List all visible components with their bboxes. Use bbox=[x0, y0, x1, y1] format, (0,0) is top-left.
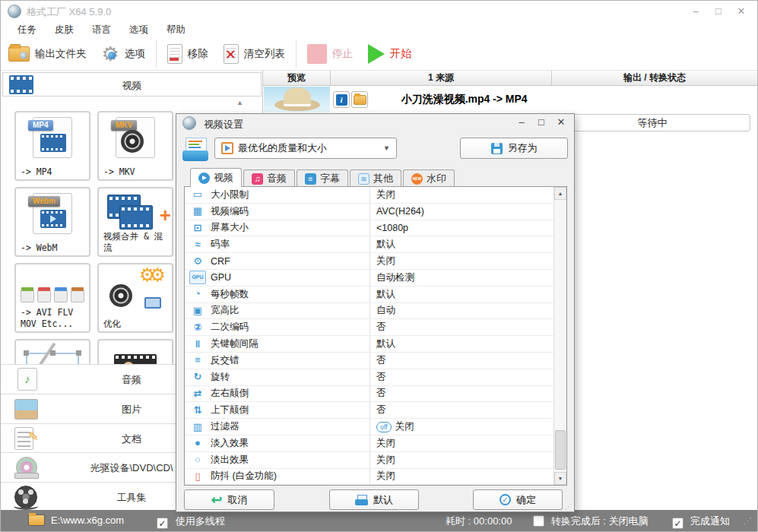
file-folder-button[interactable] bbox=[351, 91, 368, 108]
flip-v-icon: ⇅ bbox=[194, 405, 202, 416]
setting-label: 宽高比 bbox=[211, 304, 369, 317]
column-preview[interactable]: 预览 bbox=[263, 71, 331, 86]
dialog-maximize-button[interactable]: □ bbox=[531, 114, 551, 131]
setting-value[interactable]: 关闭 bbox=[369, 469, 553, 485]
setting-row-9[interactable]: ‖关键帧间隔默认 bbox=[185, 336, 553, 353]
setting-value[interactable]: 否 bbox=[369, 319, 553, 335]
setting-label: 视频编码 bbox=[211, 205, 369, 218]
fade-in-icon: ● bbox=[195, 438, 201, 448]
setting-row-13[interactable]: ⇅上下颠倒否 bbox=[185, 402, 553, 419]
setting-value[interactable]: 默认 bbox=[369, 336, 553, 352]
setting-value[interactable]: 否 bbox=[369, 353, 553, 369]
tab-水印[interactable]: NEW水印 bbox=[403, 169, 455, 187]
menu-item-2[interactable]: 语言 bbox=[89, 22, 114, 38]
dialog-close-button[interactable]: ✕ bbox=[551, 114, 571, 131]
fps-icon: ◔ bbox=[195, 289, 201, 299]
tab-其他[interactable]: ≋其他 bbox=[350, 169, 401, 187]
notify-checkbox[interactable]: ✓ bbox=[672, 518, 683, 529]
setting-value[interactable]: 否 bbox=[369, 402, 553, 418]
setting-row-14[interactable]: ▥过滤器off关闭 bbox=[185, 419, 553, 435]
minimize-button[interactable]: – bbox=[684, 2, 707, 21]
dialog-minimize-button[interactable]: – bbox=[512, 114, 531, 131]
setting-row-10[interactable]: ≡反交错否 bbox=[185, 353, 553, 369]
source-filename[interactable]: 小刀洗澡视频.mp4 bbox=[381, 93, 510, 106]
maximize-button[interactable]: □ bbox=[707, 2, 730, 21]
close-button[interactable]: ✕ bbox=[730, 2, 753, 21]
setting-value[interactable]: 否 bbox=[369, 386, 553, 402]
setting-row-5[interactable]: GPUGPU自动检测 bbox=[185, 270, 553, 287]
setting-row-8[interactable]: ②二次编码否 bbox=[185, 319, 553, 336]
setting-value[interactable]: AVC(H264) bbox=[369, 204, 553, 220]
clear-list-button[interactable]: 清空列表 bbox=[216, 39, 293, 69]
multithread-checkbox[interactable]: ✓ bbox=[157, 518, 168, 529]
stop-button[interactable]: 停止 bbox=[300, 39, 360, 69]
menu-item-3[interactable]: 选项 bbox=[126, 22, 151, 38]
setting-value[interactable]: <1080p bbox=[369, 220, 553, 236]
tab-字幕[interactable]: ≡字幕 bbox=[297, 169, 348, 187]
default-button[interactable]: 默认 bbox=[329, 489, 419, 510]
setting-row-12[interactable]: ⇄左右颠倒否 bbox=[185, 386, 553, 403]
setting-value[interactable]: off关闭 bbox=[369, 419, 553, 435]
tab-音频[interactable]: ♫音频 bbox=[243, 169, 295, 187]
setting-value[interactable]: 自动检测 bbox=[369, 270, 553, 286]
setting-row-1[interactable]: ▦视频编码AVC(H264) bbox=[185, 204, 553, 220]
setting-value[interactable]: 关闭 bbox=[369, 187, 553, 203]
menu-item-0[interactable]: 任务 bbox=[14, 22, 40, 38]
setting-row-3[interactable]: ≈码率默认 bbox=[185, 236, 553, 253]
tile-merge[interactable]: +视频合并 & 混流 bbox=[97, 187, 173, 257]
setting-value[interactable]: 否 bbox=[369, 369, 553, 385]
setting-row-7[interactable]: ▣宽高比自动 bbox=[185, 303, 553, 320]
column-source[interactable]: 1 来源 bbox=[331, 71, 552, 86]
tile-webm[interactable]: Webm-> WebM bbox=[14, 187, 90, 257]
setting-value[interactable]: 关闭 bbox=[369, 253, 553, 269]
setting-row-4[interactable]: ⚙CRF关闭 bbox=[185, 253, 553, 270]
sidebar-header-video[interactable]: 视频 bbox=[2, 72, 262, 97]
notify-option[interactable]: ✓ 完成通知 bbox=[672, 515, 730, 529]
preset-dropdown[interactable]: 最优化的质量和大小 ▼ bbox=[214, 138, 397, 159]
dialog-resize-grip[interactable]: ⋰ bbox=[565, 502, 572, 511]
preview-thumbnail[interactable] bbox=[264, 87, 330, 112]
tab-视频[interactable]: 视频 bbox=[190, 168, 242, 187]
setting-value[interactable]: 关闭 bbox=[369, 435, 553, 451]
output-folder-button[interactable]: 输出文件夹 bbox=[1, 39, 94, 69]
scroll-up-icon[interactable]: ▲ bbox=[554, 187, 566, 200]
options-button[interactable]: ⚙ 选项 bbox=[94, 39, 153, 69]
cancel-button[interactable]: ↩ 取消 bbox=[184, 489, 274, 510]
file-info-button[interactable]: i bbox=[333, 91, 350, 108]
output-path-folder-icon[interactable] bbox=[28, 515, 45, 526]
ok-button[interactable]: ✓ 确定 bbox=[473, 489, 563, 510]
setting-row-2[interactable]: ⊡屏幕大小<1080p bbox=[185, 220, 553, 237]
shutdown-checkbox[interactable] bbox=[533, 515, 544, 527]
setting-value-text: 自动 bbox=[376, 304, 395, 317]
column-output[interactable]: 输出 / 转换状态 bbox=[552, 71, 757, 86]
setting-value[interactable]: 默认 bbox=[369, 236, 553, 252]
setting-row-6[interactable]: ◔每秒帧数默认 bbox=[185, 287, 553, 303]
setting-value[interactable]: 自动 bbox=[369, 303, 553, 319]
start-button[interactable]: 开始 bbox=[360, 39, 420, 69]
setting-value[interactable]: 关闭 bbox=[369, 452, 553, 468]
setting-row-16[interactable]: ○淡出效果关闭 bbox=[185, 452, 553, 469]
setting-row-15[interactable]: ●淡入效果关闭 bbox=[185, 435, 553, 452]
tile-avi[interactable]: -> AVI FLV MOV Etc... bbox=[14, 263, 90, 333]
mp4-icon: MP4 bbox=[16, 117, 89, 160]
resize-grip[interactable]: ⋰ bbox=[744, 516, 753, 526]
output-path[interactable]: E:\www.x6g.com bbox=[51, 515, 124, 526]
shutdown-option[interactable]: 转换完成后 : 关闭电脑 bbox=[533, 515, 648, 528]
remove-button[interactable]: 移除 bbox=[160, 39, 216, 69]
scrollbar-thumb[interactable] bbox=[555, 430, 566, 470]
setting-value[interactable]: 默认 bbox=[369, 287, 553, 302]
setting-row-17[interactable]: ▯防抖 (白金功能)关闭 bbox=[185, 469, 553, 485]
setting-row-0[interactable]: ▭大小限制关闭 bbox=[185, 187, 553, 204]
tile-optimize[interactable]: ⚙⚙优化 bbox=[97, 263, 173, 333]
collapse-arrow-icon[interactable]: ▲ bbox=[236, 99, 243, 106]
save-as-button[interactable]: 另存为 bbox=[460, 138, 568, 159]
menu-item-4[interactable]: 帮助 bbox=[163, 22, 189, 38]
tile-mkv[interactable]: MKV-> MKV bbox=[97, 111, 173, 181]
scrollbar[interactable]: ▲ ▼ bbox=[553, 187, 566, 485]
preset-tray-icon[interactable] bbox=[182, 137, 208, 161]
menu-item-1[interactable]: 皮肤 bbox=[52, 22, 77, 38]
scroll-down-icon[interactable]: ▼ bbox=[554, 472, 566, 485]
tile-mp4[interactable]: MP4-> MP4 bbox=[14, 111, 90, 181]
multithread-option[interactable]: ✓ 使用多线程 bbox=[157, 515, 225, 529]
setting-row-11[interactable]: ↻旋转否 bbox=[185, 369, 553, 386]
